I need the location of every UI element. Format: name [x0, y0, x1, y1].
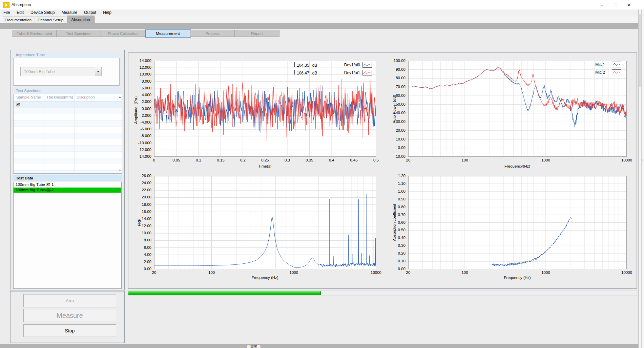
table-row[interactable] [14, 133, 122, 139]
y-axis-tick: 12.000 [130, 65, 151, 69]
app-icon [3, 2, 9, 8]
tab-page-band [0, 23, 638, 29]
test-data-header: Test Data [13, 175, 122, 181]
close-button[interactable]: ✕ [622, 0, 636, 9]
legend-mic1[interactable]: Mic 1 [573, 62, 605, 67]
progress-bar [128, 290, 637, 296]
y-axis-tick: 24.00 [130, 181, 151, 185]
title-bar: Absorption – ▢ ✕ [0, 0, 644, 9]
xlabel-frequency-top: Frequency(Hz) [504, 164, 530, 168]
table-row[interactable] [14, 114, 122, 121]
table-row[interactable] [14, 139, 122, 146]
auto-power-plot [408, 61, 627, 157]
y-axis-tick: 0.20 [384, 251, 406, 255]
tab-channel-setup[interactable]: Channel Setup [35, 16, 66, 23]
menu-measure[interactable]: Measure [58, 9, 81, 16]
y-axis-tick: 0.000 [130, 107, 151, 111]
level-readout-ai0: 104.35 dB [294, 62, 317, 68]
y-axis-tick: 0.40 [384, 236, 406, 240]
test-specimen-header-row: Sample Name Thickness(mm) Discription [14, 94, 122, 102]
stop-button[interactable]: Stop [23, 324, 116, 337]
table-row[interactable] [14, 127, 122, 133]
x-axis-tick: 0.35 [299, 158, 320, 162]
y-axis-tick: 10.000 [130, 72, 151, 76]
minimize-button[interactable]: – [595, 0, 609, 9]
dropdown-arrow-icon[interactable] [95, 67, 101, 76]
legend-dev1-ai1[interactable]: Dev1/ai1 [325, 70, 360, 75]
table-row[interactable] [14, 146, 122, 152]
scrollbar-thumb[interactable] [639, 14, 641, 87]
menu-file[interactable]: File [0, 9, 13, 16]
y-axis-tick: 4.000 [130, 93, 151, 97]
test-data-item[interactable]: 100mm Big Tube-棉-1 [14, 182, 121, 188]
x-axis-tick: 100 [455, 158, 475, 162]
legend-glyph-mic1[interactable] [612, 62, 621, 67]
vertical-scrollbar[interactable]: ‹ [638, 9, 644, 348]
x-axis-tick: 20 [144, 270, 164, 275]
x-axis-tick: 0.05 [166, 158, 187, 162]
table-row[interactable] [14, 158, 122, 165]
cell-sample-name: 棉 [16, 102, 20, 107]
y-axis-tick: 30.00 [384, 119, 406, 124]
xlabel-frequency-br: Frequency (Hz) [504, 276, 531, 280]
subtab-measurement[interactable]: Measurement [145, 29, 191, 38]
menu-output[interactable]: Output [81, 9, 100, 16]
y-axis-tick: 22.00 [130, 188, 151, 192]
x-axis-tick: 100 [455, 270, 475, 275]
impedance-tube-dropdown[interactable]: 100mm Big Tube [20, 67, 102, 76]
subtab-tube-environment[interactable]: Tube & Environment [12, 30, 57, 37]
x-axis-tick: 1000 [284, 270, 304, 275]
legend-glyph-dev1-ai0[interactable] [362, 62, 372, 68]
subtab-process[interactable]: Process [190, 30, 235, 37]
menu-device-setup[interactable]: Device Setup [27, 9, 58, 16]
arm-button[interactable]: Arm [23, 294, 116, 307]
table-row[interactable] [14, 164, 122, 171]
scroll-up-icon[interactable]: ▲ [118, 95, 122, 99]
scroll-down-icon[interactable]: ▼ [118, 169, 122, 172]
bottom-strip [0, 344, 638, 348]
y-axis-tick: 1.20 [384, 174, 406, 178]
chevron-left-icon[interactable]: ‹ [642, 158, 643, 161]
table-row[interactable] [14, 152, 122, 158]
table-row[interactable]: 棉 [14, 102, 122, 108]
legend-mic2[interactable]: Mic 2 [573, 69, 605, 75]
x-axis-tick: 0.15 [211, 158, 231, 162]
test-data-list[interactable]: 100mm Big Tube-棉-1 100mm Big Tube-棉-2 [13, 182, 122, 289]
test-data-item-selected[interactable]: 100mm Big Tube-棉-2 [14, 188, 121, 193]
subtab-test-specimen[interactable]: Test Specimen [56, 30, 101, 37]
legend-glyph-dev1-ai1[interactable] [362, 70, 372, 75]
table-row[interactable] [14, 121, 122, 127]
legend-dev1-ai0[interactable]: Dev1/ai0 [325, 62, 360, 68]
y-axis-tick: 8.00 [130, 238, 151, 242]
legend-glyph-mic2[interactable] [612, 69, 621, 75]
play-icon [5, 3, 8, 7]
measure-button[interactable]: Measure [23, 309, 116, 322]
tab-absorption[interactable]: Absorption [67, 16, 95, 23]
tab-documentation[interactable]: Documentation [3, 16, 34, 23]
y-axis-tick: 70.00 [384, 85, 406, 89]
y-axis-tick: 50.00 [384, 102, 406, 106]
y-axis-tick: 10.00 [384, 137, 406, 141]
maximize-button[interactable]: ▢ [609, 0, 622, 9]
y-axis-tick: 12.00 [130, 224, 151, 228]
y-axis-tick: -2.000 [130, 113, 151, 117]
x-axis-tick: 0.1 [188, 158, 209, 162]
y-axis-tick: 10.00 [130, 231, 151, 235]
table-row[interactable] [14, 108, 122, 114]
y-axis-tick: 6.00 [130, 245, 151, 249]
window-title: Absorption [12, 2, 31, 7]
column-sample-name: Sample Name [16, 95, 41, 99]
subtab-report[interactable]: Report [234, 30, 279, 37]
sidebar-panel: Impendace Tube 100mm Big Tube Test Speci… [10, 50, 125, 290]
menu-edit[interactable]: Edit [13, 9, 27, 16]
menu-help[interactable]: Help [100, 9, 115, 16]
bottom-tab-plot[interactable]: 画图 [247, 345, 261, 348]
subtab-phase-calibration[interactable]: Phase Calibration [101, 30, 146, 37]
y-axis-tick: -10.000 [130, 141, 151, 145]
y-axis-tick: -8.000 [130, 134, 151, 138]
y-axis-tick: 2.000 [130, 100, 151, 104]
test-specimen-table[interactable]: Sample Name Thickness(mm) Discription 棉 … [13, 94, 122, 174]
frf-plot [154, 176, 376, 269]
test-specimen-header: Test Specimen [13, 88, 122, 94]
table-row[interactable] [14, 171, 122, 174]
